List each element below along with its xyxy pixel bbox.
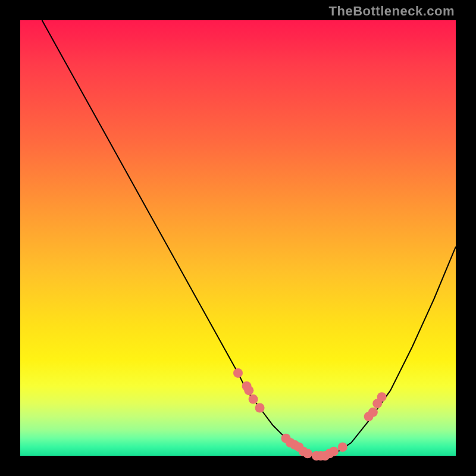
highlight-dot (377, 392, 387, 402)
plot-area (20, 20, 456, 456)
highlight-dot (249, 394, 258, 404)
highlight-dots (233, 368, 387, 461)
highlight-dot (338, 442, 347, 452)
highlight-dot (244, 386, 253, 395)
highlight-dot (368, 408, 378, 417)
highlight-dot (255, 403, 265, 413)
chart-frame: TheBottleneck.com (0, 0, 476, 476)
highlight-dot (233, 368, 243, 378)
highlight-dot (329, 447, 339, 456)
watermark-text: TheBottleneck.com (329, 4, 455, 19)
curve-svg (20, 20, 456, 456)
highlight-dot (303, 449, 312, 458)
